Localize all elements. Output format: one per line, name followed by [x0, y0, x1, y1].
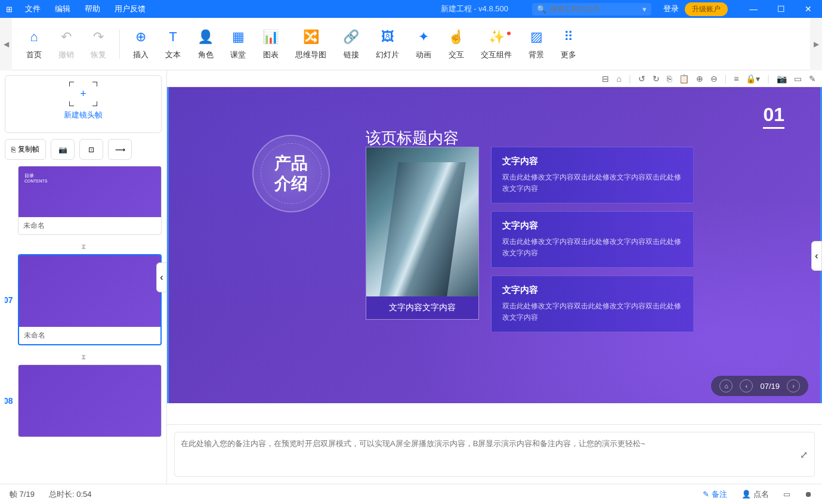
- copy-icon: ⎘: [11, 146, 16, 154]
- slide-number: 07: [5, 295, 13, 305]
- notes-toggle[interactable]: ✎备注: [703, 489, 727, 500]
- new-frame-label: 新建镜头帧: [17, 110, 149, 120]
- menu-feedback[interactable]: 用户反馈: [107, 4, 153, 14]
- content-card-1[interactable]: 文字内容 双击此处修改文字内容双击此处修改文字内容双击此处修改文字内容: [491, 147, 694, 203]
- camera-button[interactable]: 📷: [51, 139, 75, 160]
- edit-icon[interactable]: ✎: [809, 74, 816, 84]
- paste-icon[interactable]: 📋: [679, 74, 689, 84]
- undo-icon: ↶: [61, 28, 72, 46]
- mindmap-icon: 🔀: [303, 28, 319, 46]
- content-card-2[interactable]: 文字内容 双击此处修改文字内容双击此处修改文字内容双击此处修改文字内容: [491, 211, 694, 268]
- zoom-in-icon[interactable]: ⊕: [696, 74, 703, 84]
- status-bar: 帧 7/19 总时长: 0:54 ✎备注 👤点名 ▭ ⏺: [0, 484, 822, 504]
- building-image: [366, 147, 478, 296]
- menu-file[interactable]: 文件: [18, 4, 48, 14]
- person-icon: 👤: [197, 28, 214, 46]
- snapshot-icon[interactable]: 📷: [777, 74, 787, 84]
- record-icon[interactable]: ⏺: [805, 490, 812, 499]
- new-frame-button[interactable]: + 新建镜头帧: [5, 75, 162, 133]
- login-button[interactable]: 登录: [663, 4, 679, 14]
- chevron-left-icon: ‹: [815, 251, 818, 261]
- tool-mindmap[interactable]: 🔀思维导图: [287, 28, 335, 60]
- home-icon[interactable]: ⌂: [616, 74, 621, 84]
- slide-thumbnail[interactable]: 08: [5, 364, 162, 437]
- slide-number: 08: [5, 396, 13, 406]
- present-icon[interactable]: ▭: [783, 490, 790, 499]
- slide-panel: + 新建镜头帧 ⎘复制帧 📷 ⊡ ⟿ 目录 CONTENTS 未命名: [0, 70, 167, 484]
- tool-undo[interactable]: ↶撤销: [50, 28, 82, 60]
- camera-icon: 📷: [58, 146, 67, 154]
- rotate-right-icon[interactable]: ↻: [653, 74, 660, 84]
- frame-indicator: 帧 7/19: [10, 489, 35, 500]
- tool-class[interactable]: ▦课堂: [222, 28, 254, 60]
- copy-frame-button[interactable]: ⎘复制帧: [5, 139, 46, 160]
- slide-thumbnail-selected[interactable]: 07 未命名: [5, 254, 162, 345]
- zoom-out-icon[interactable]: ⊖: [710, 74, 718, 84]
- collapse-sidebar-button[interactable]: ‹: [156, 262, 167, 292]
- upgrade-button[interactable]: 升级账户: [685, 2, 728, 16]
- expand-icon[interactable]: ⤢: [800, 449, 808, 460]
- sparkle-icon: ✨: [489, 28, 505, 46]
- star-icon: ✦: [418, 28, 429, 46]
- rotate-left-icon[interactable]: ↺: [638, 74, 645, 84]
- tool-insert[interactable]: ⊕插入: [125, 28, 157, 60]
- slide-canvas[interactable]: 01 该页标题内容 产品 介绍 文字内容文字内容 文字内容 双击此处修改文字内容…: [167, 87, 822, 403]
- tool-animation[interactable]: ✦动画: [407, 28, 440, 60]
- search-icon: 🔍: [537, 5, 546, 14]
- badge-icon: [507, 32, 511, 35]
- content-card-3[interactable]: 文字内容 双击此处修改文字内容双击此处修改文字内容双击此处修改文字内容: [491, 276, 694, 332]
- board-icon: ▦: [232, 28, 245, 46]
- title-bar: ⊞ 文件 编辑 帮助 用户反馈 新建工程 - v4.8.500 🔍 ▾ 登录 升…: [0, 0, 822, 18]
- app-logo-icon: ⊞: [0, 5, 18, 14]
- chart-icon: 📊: [262, 28, 279, 46]
- slide-nav-overlay: ⌂ ‹ 07/19 ›: [711, 376, 808, 396]
- layers-icon[interactable]: ▭: [794, 74, 802, 84]
- qr-button[interactable]: ⊡: [79, 139, 103, 160]
- main-toolbar: ◀ ⌂首页 ↶撤销 ↷恢复 ⊕插入 T文本 👤角色 ▦课堂 📊图表 🔀思维导图 …: [0, 18, 822, 70]
- search-dropdown-icon[interactable]: ▾: [642, 5, 647, 14]
- search-box[interactable]: 🔍 ▾: [532, 3, 651, 16]
- nav-next-icon[interactable]: ›: [787, 379, 800, 392]
- tool-background[interactable]: ▨背景: [520, 28, 552, 60]
- tool-interact-component[interactable]: ✨交互组件: [472, 28, 520, 60]
- canvas-toolbar: ⊟ ⌂ | ↺ ↻ ⎘ 📋 ⊕ ⊖ | ≡ 🔒▾ | 📷 ▭ ✎: [167, 70, 822, 87]
- tool-redo[interactable]: ↷恢复: [82, 28, 115, 60]
- tool-home[interactable]: ⌂首页: [18, 28, 50, 60]
- path-button[interactable]: ⟿: [108, 139, 132, 160]
- slide-thumbnail[interactable]: 目录 CONTENTS 未命名: [5, 166, 162, 235]
- slide-title-text[interactable]: 该页标题内容: [366, 128, 459, 149]
- photo-box[interactable]: 文字内容文字内容: [366, 147, 479, 320]
- maximize-button[interactable]: ☐: [767, 4, 795, 14]
- plus-circle-icon: ⊕: [135, 28, 146, 46]
- tool-slideshow[interactable]: 🖼幻灯片: [367, 28, 407, 60]
- pattern-icon: ▨: [530, 28, 543, 46]
- canvas-viewport[interactable]: 7 01 该页标题内容 产品 介绍 文字内容文字内容 文字内容 双击此处修改文字…: [167, 87, 822, 424]
- align-icon[interactable]: ≡: [734, 74, 738, 84]
- lock-icon[interactable]: 🔒▾: [746, 74, 760, 84]
- tool-text[interactable]: T文本: [157, 28, 189, 60]
- tool-role[interactable]: 👤角色: [189, 28, 222, 60]
- slide-tag: 01: [763, 104, 784, 129]
- notes-input[interactable]: [174, 432, 815, 477]
- copy-icon[interactable]: ⎘: [667, 74, 672, 84]
- cursor-icon: ☝: [448, 28, 464, 46]
- expand-right-panel-button[interactable]: ‹: [811, 241, 822, 271]
- window-title: 新建工程 - v4.8.500: [441, 4, 508, 14]
- tool-more[interactable]: ⠿更多: [552, 28, 585, 60]
- tool-chart[interactable]: 📊图表: [254, 28, 287, 60]
- qr-icon: ⊡: [88, 146, 94, 154]
- circle-badge[interactable]: 产品 介绍: [252, 135, 330, 212]
- toolbar-scroll-right[interactable]: ▶: [810, 18, 822, 70]
- toolbar-scroll-left[interactable]: ◀: [0, 18, 12, 70]
- menu-edit[interactable]: 编辑: [48, 4, 78, 14]
- minimize-button[interactable]: —: [740, 4, 767, 14]
- tool-interact[interactable]: ☝交互: [440, 28, 472, 60]
- ruler-icon[interactable]: ⊟: [602, 74, 609, 84]
- menu-help[interactable]: 帮助: [78, 4, 107, 14]
- search-input[interactable]: [550, 5, 642, 13]
- tool-link[interactable]: 🔗链接: [335, 28, 367, 60]
- close-button[interactable]: ✕: [795, 4, 822, 14]
- nav-prev-icon[interactable]: ‹: [740, 379, 753, 392]
- rollcall-button[interactable]: 👤点名: [741, 489, 769, 500]
- nav-home-icon[interactable]: ⌂: [719, 379, 733, 392]
